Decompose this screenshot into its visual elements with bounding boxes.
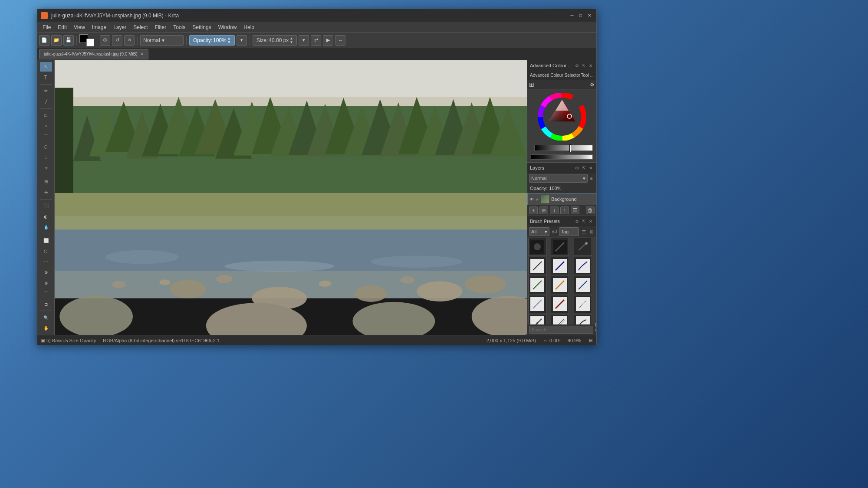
extra-options[interactable]: ↔ <box>335 35 345 46</box>
size-control[interactable]: Size: 40.00 px ▲▼ <box>253 35 297 46</box>
opacity-control[interactable]: Opacity: 100% ▲▼ <box>189 35 235 46</box>
menu-view[interactable]: View <box>70 23 89 31</box>
select-tool-btn[interactable]: ↖ <box>40 62 52 72</box>
mirror-vertical[interactable]: ▶ <box>323 35 333 46</box>
opacity-up-btn[interactable]: ▲▼ <box>227 36 231 44</box>
contiguous-select-btn[interactable]: ⊛ <box>40 268 52 277</box>
crop-tool-btn[interactable]: ⊞ <box>40 177 52 187</box>
value-bar[interactable] <box>531 154 593 160</box>
delete-layer-btn[interactable]: 🗑 <box>586 206 595 214</box>
menu-select[interactable]: Select <box>130 23 151 31</box>
brush-grid-btn[interactable]: ⊞ <box>589 229 595 235</box>
gradient-bar[interactable] <box>534 145 593 151</box>
multibrush-tool-btn[interactable]: ∷ <box>40 153 52 162</box>
brush-preset-basic-2[interactable] <box>551 238 569 256</box>
dynamic-brush-btn[interactable]: ≋ <box>40 163 52 173</box>
brush-preset-special-3[interactable] <box>574 295 592 313</box>
transform-tool-btn[interactable]: ✛ <box>40 187 52 197</box>
magnetic-select-btn[interactable]: ⊐ <box>40 299 52 309</box>
brush-preset-pen-2[interactable] <box>551 276 569 294</box>
brush-preset-special-2[interactable] <box>551 295 569 313</box>
brush-presets-float[interactable]: ⇱ <box>581 218 587 224</box>
move-down-btn[interactable]: ↓ <box>550 206 559 214</box>
menu-edit[interactable]: Edit <box>54 23 70 31</box>
layer-item-background[interactable]: 👁 ✓ Background <box>527 193 596 205</box>
bezier-select-btn[interactable]: ⌒ <box>40 289 52 298</box>
brush-preset-basic-3[interactable] <box>574 238 592 256</box>
ellipse-select-btn[interactable]: ⬡ <box>40 246 52 256</box>
menu-settings[interactable]: Settings <box>189 23 214 31</box>
settings-icon[interactable]: ⚙ <box>590 82 595 88</box>
minimize-button[interactable]: ─ <box>569 12 575 19</box>
fill-tool-btn[interactable]: ⬛ <box>40 201 52 210</box>
brush-preset-ink-3[interactable] <box>574 257 592 275</box>
brush-preset-ink-2[interactable] <box>551 257 569 275</box>
layer-visibility-toggle[interactable]: 👁 <box>529 197 534 202</box>
menu-tools[interactable]: Tools <box>170 23 189 31</box>
path-tool-btn[interactable]: ⌒ <box>40 131 52 141</box>
line-tool-btn[interactable]: ╱ <box>40 97 52 106</box>
add-layer-btn[interactable]: + <box>529 206 538 214</box>
blend-mode-dropdown[interactable]: Normal ▾ <box>140 35 184 46</box>
grid-view-icon[interactable]: ⊞ <box>529 81 534 88</box>
toggle-tool-options[interactable]: ⚙ <box>100 35 110 46</box>
brush-view-btn[interactable]: ☰ <box>581 229 587 235</box>
rectangle-tool-btn[interactable]: □ <box>40 110 52 120</box>
size-options[interactable]: ▾ <box>299 35 309 46</box>
document-tab[interactable]: julie-guzal-4K-fVwYJ5YM-unsplash.jpg (9.… <box>39 49 148 59</box>
advanced-colour-settings[interactable]: ⚙ <box>574 62 580 69</box>
brush-search-input[interactable] <box>529 326 593 334</box>
similar-select-btn[interactable]: ⊗ <box>40 278 52 288</box>
opacity-options[interactable]: ▾ <box>237 35 247 46</box>
brush-preset-extra-2[interactable] <box>551 314 569 324</box>
menu-image[interactable]: Image <box>89 23 110 31</box>
menu-help[interactable]: Help <box>240 23 258 31</box>
brush-preset-pen-3[interactable] <box>574 276 592 294</box>
brush-preset-pen-1[interactable] <box>528 276 546 294</box>
brush-preset-ink-1[interactable] <box>528 257 546 275</box>
filter-brush-btn[interactable]: ◐ <box>40 212 52 221</box>
advanced-colour-close[interactable]: ✕ <box>588 62 594 69</box>
menu-filter[interactable]: Filter <box>151 23 170 31</box>
move-up-btn[interactable]: ↑ <box>560 206 569 214</box>
layers-float[interactable]: ⇱ <box>581 165 587 171</box>
text-tool-btn[interactable]: T <box>40 72 52 82</box>
gradient-handle[interactable] <box>569 144 571 152</box>
close-button[interactable]: ✕ <box>586 12 593 19</box>
clear-btn[interactable]: ✕ <box>124 35 135 46</box>
maximize-button[interactable]: □ <box>577 12 584 19</box>
group-layer-btn[interactable]: ⊞ <box>539 206 548 214</box>
open-file-button[interactable]: 📁 <box>51 35 62 46</box>
reset-colors[interactable]: ↺ <box>112 35 122 46</box>
close-tab-icon[interactable]: ✕ <box>140 52 144 56</box>
menu-window[interactable]: Window <box>215 23 240 31</box>
background-color[interactable] <box>86 39 94 46</box>
brush-preset-extra-1[interactable] <box>528 314 546 324</box>
layers-settings[interactable]: ⚙ <box>574 165 580 171</box>
eyedropper-btn[interactable]: 💧 <box>40 222 52 232</box>
layers-filter-btn[interactable]: ≡ <box>589 175 595 181</box>
mirror-horizontal[interactable]: ⇄ <box>311 35 321 46</box>
layers-blend-dropdown[interactable]: Normal ▾ <box>529 174 588 183</box>
brush-presets-settings[interactable]: ⚙ <box>574 218 580 224</box>
canvas-area[interactable] <box>55 60 527 335</box>
ellipse-tool-btn[interactable]: ○ <box>40 121 52 131</box>
layer-options-btn[interactable]: ☰ <box>571 206 579 214</box>
menu-layer[interactable]: Layer <box>110 23 130 31</box>
zoom-tool-btn[interactable]: 🔍 <box>40 313 52 322</box>
size-stepper[interactable]: ▲▼ <box>289 36 293 44</box>
freehand-brush-btn[interactable]: ✏ <box>40 86 52 96</box>
color-wheel[interactable] <box>538 93 586 141</box>
polygon-tool-btn[interactable]: ⬡ <box>40 142 52 152</box>
brush-preset-basic-1[interactable] <box>528 238 546 256</box>
save-file-button[interactable]: 💾 <box>63 35 74 46</box>
brush-all-dropdown[interactable]: All ▾ <box>529 227 549 236</box>
rectangular-select-btn[interactable]: ⬜ <box>40 236 52 246</box>
freehand-select-btn[interactable]: ⋯ <box>40 257 52 266</box>
pan-tool-btn[interactable]: ✋ <box>40 324 52 333</box>
brush-preset-special-1[interactable] <box>528 295 546 313</box>
brush-presets-close[interactable]: ✕ <box>588 218 594 224</box>
layers-close[interactable]: ✕ <box>588 165 594 171</box>
menu-file[interactable]: File <box>39 23 54 31</box>
brush-tag-dropdown[interactable]: Tag <box>559 227 579 236</box>
